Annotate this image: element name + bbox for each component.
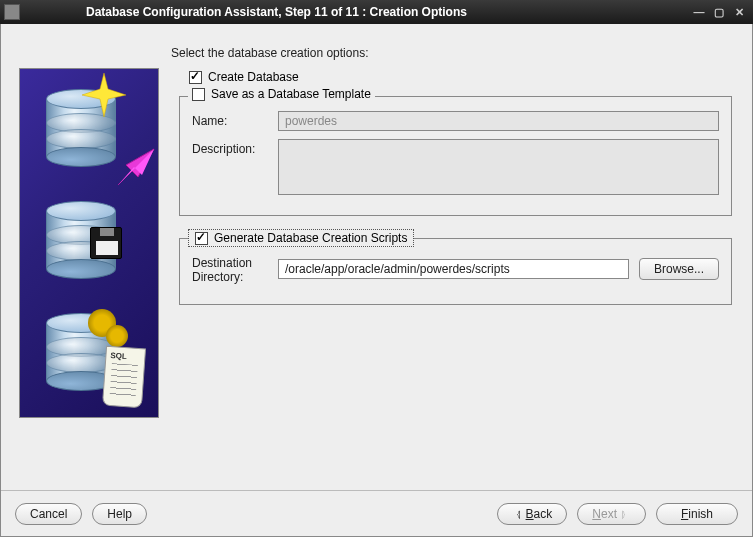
svg-marker-0 <box>82 73 126 117</box>
arrow-icon <box>118 147 156 185</box>
template-desc-input[interactable] <box>278 139 719 195</box>
sql-script-icon <box>102 346 146 409</box>
app-icon <box>4 4 20 20</box>
destination-dir-input[interactable]: /oracle/app/oracle/admin/powerdes/script… <box>278 259 629 279</box>
generate-scripts-label: Generate Database Creation Scripts <box>214 231 407 245</box>
chevron-left-icon: ⦉ <box>516 508 522 520</box>
generate-scripts-checkbox[interactable] <box>195 232 208 245</box>
gear-icon <box>106 325 128 347</box>
maximize-button[interactable]: ▢ <box>709 4 729 20</box>
next-label-rest: ext <box>601 507 617 521</box>
content-area: Select the database creation options: Cr… <box>171 40 740 486</box>
window-title: Database Configuration Assistant, Step 1… <box>26 5 689 19</box>
titlebar: Database Configuration Assistant, Step 1… <box>0 0 753 24</box>
window-controls: — ▢ ✕ <box>689 4 749 20</box>
main-area: Select the database creation options: Cr… <box>1 24 752 490</box>
window-body: Select the database creation options: Cr… <box>0 24 753 537</box>
browse-button[interactable]: Browse... <box>639 258 719 280</box>
back-button[interactable]: ⦉ Back <box>497 503 568 525</box>
create-database-checkbox[interactable] <box>189 71 202 84</box>
finish-label-rest: inish <box>688 507 713 521</box>
create-database-option[interactable]: Create Database <box>189 70 740 84</box>
finish-button[interactable]: Finish <box>656 503 738 525</box>
help-button[interactable]: Help <box>92 503 147 525</box>
floppy-disk-icon <box>90 227 122 259</box>
wizard-side-image <box>19 68 159 418</box>
destination-dir-label: Destination Directory: <box>192 253 268 284</box>
save-template-legend[interactable]: Save as a Database Template <box>188 87 375 101</box>
close-button[interactable]: ✕ <box>729 4 749 20</box>
chevron-right-icon: ⦊ <box>621 508 627 520</box>
star-icon <box>82 73 126 117</box>
generate-scripts-legend[interactable]: Generate Database Creation Scripts <box>188 229 414 247</box>
generate-scripts-group: Generate Database Creation Scripts Desti… <box>179 238 732 305</box>
template-name-input[interactable]: powerdes <box>278 111 719 131</box>
button-bar: Cancel Help ⦉ Back Next ⦊ Finish <box>1 490 752 536</box>
create-database-label: Create Database <box>208 70 299 84</box>
back-label-rest: ack <box>534 507 553 521</box>
cancel-button[interactable]: Cancel <box>15 503 82 525</box>
save-template-checkbox[interactable] <box>192 88 205 101</box>
minimize-button[interactable]: — <box>689 4 709 20</box>
save-template-group: Save as a Database Template Name: powerd… <box>179 96 732 216</box>
next-button: Next ⦊ <box>577 503 646 525</box>
template-name-label: Name: <box>192 111 268 128</box>
save-template-label: Save as a Database Template <box>211 87 371 101</box>
template-desc-label: Description: <box>192 139 268 156</box>
instruction-text: Select the database creation options: <box>171 46 740 60</box>
